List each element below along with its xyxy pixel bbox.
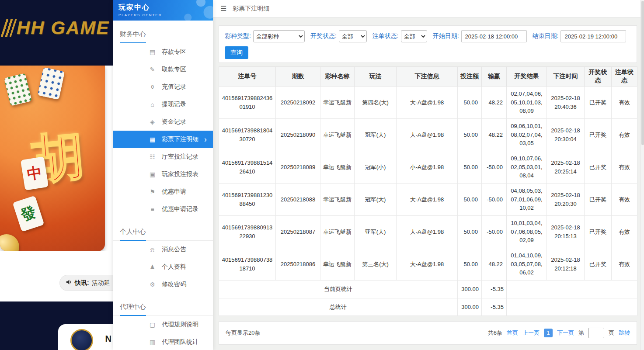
sidebar-nav: 财务中心▤存款专区✎取款专区⚱充值记录⌂提现记录◈资金记录▦彩票下注明细›☷厅室… xyxy=(113,22,213,350)
sidebar-item-change-password[interactable]: ⚙修改密码 xyxy=(113,276,213,293)
table-row: 40156917398812308845020250218088幸运飞艇新冠军(… xyxy=(219,184,637,216)
bottom-card: N xyxy=(58,324,113,350)
sidebar-item-hall-bet-records[interactable]: ☷厅室投注记录 xyxy=(113,148,213,166)
sidebar-item-lottery-bet-details[interactable]: ▦彩票下注明细› xyxy=(113,131,213,148)
table-cell: 2025-02-18 20:20:30 xyxy=(547,184,585,216)
table-cell: 401569173988151426410 xyxy=(219,151,276,184)
news-ticker: 快讯: 活动延 xyxy=(59,275,113,291)
page-size-text: 每页显示20条 xyxy=(226,329,260,337)
end-date-filter: 结束日期: xyxy=(533,30,627,42)
table-cell: 冠军(大) xyxy=(355,184,397,216)
gold-coin-icon xyxy=(0,234,19,251)
table-cell: 401569173988091322930 xyxy=(219,216,276,248)
gear-icon: ⚙ xyxy=(149,281,156,288)
sidebar-item-promo-apply-records[interactable]: ≡优惠申请记录 xyxy=(113,201,213,218)
next-page-link[interactable]: 下一页 xyxy=(557,329,574,337)
table-row: 40156917398815142641020250218089幸运飞艇新冠军(… xyxy=(219,151,637,184)
sidebar-item-agent-rules[interactable]: ▢代理规则说明 xyxy=(113,316,213,333)
table-cell: 大-A盘@1.98 xyxy=(397,184,458,216)
table-cell: 亚军(大) xyxy=(355,216,397,248)
withdraw-pen-icon: ✎ xyxy=(149,66,156,73)
brand-logo: HH GAME xyxy=(3,17,109,38)
bet-table-header-row: 注单号期数彩种名称玩法下注信息投注额输赢开奖结果下注时间开奖状态注单状态 xyxy=(219,67,637,87)
sidebar-item-label: 厅室投注记录 xyxy=(162,153,198,161)
page-title: 彩票下注明细 xyxy=(233,5,269,13)
column-header: 玩法 xyxy=(355,67,397,87)
end-date-label: 结束日期: xyxy=(533,32,559,40)
table-cell: 有效 xyxy=(612,184,637,216)
order-status-select[interactable]: 全部 xyxy=(401,30,427,42)
withdrawal-record-icon: ⌂ xyxy=(149,101,156,108)
scrollbar[interactable] xyxy=(641,0,644,350)
sidebar-item-withdrawal-records[interactable]: ⌂提现记录 xyxy=(113,96,213,113)
table-cell: 20250218087 xyxy=(276,216,320,248)
jump-button[interactable]: 跳转 xyxy=(619,329,630,337)
table-cell: 2025-02-18 20:25:14 xyxy=(547,151,585,184)
summary-bet-total: 300.00 xyxy=(458,298,482,316)
table-cell: 幸运飞艇新 xyxy=(320,87,355,119)
column-header: 注单状态 xyxy=(612,67,637,87)
sidebar-item-promo-apply[interactable]: ⚑优惠申请 xyxy=(113,183,213,201)
sidebar-item-label: 消息公告 xyxy=(162,246,186,253)
ticker-label: 快讯: xyxy=(75,279,89,287)
table-cell: 已开奖 xyxy=(585,87,612,119)
menu-toggle-icon[interactable]: ☰ xyxy=(220,4,226,13)
site-bottom-band: N xyxy=(0,301,113,350)
lottery-type-label: 彩种类型: xyxy=(225,32,251,40)
sidebar-item-profile[interactable]: ♟个人资料 xyxy=(113,258,213,276)
sidebar-item-player-bet-report[interactable]: ▣玩家投注报表 xyxy=(113,166,213,183)
first-page-link[interactable]: 首页 xyxy=(507,329,518,337)
club-emblem-icon xyxy=(70,329,93,350)
table-cell: 大-A盘@1.98 xyxy=(397,119,458,151)
draw-status-filter: 开奖状态: 全部 xyxy=(310,30,367,42)
sidebar-item-recharge-records[interactable]: ⚱充值记录 xyxy=(113,78,213,96)
table-cell: 50.00 xyxy=(458,87,482,119)
prev-page-link[interactable]: 上一页 xyxy=(522,329,540,337)
table-cell: 2025-02-18 20:15:13 xyxy=(547,216,585,248)
table-cell: 02,07,04,06,05,10,01,03,08,09 xyxy=(507,87,547,119)
table-cell: 冠军(大) xyxy=(355,119,397,151)
jump-page-input[interactable] xyxy=(588,328,604,338)
sidebar-section-label: 财务中心 xyxy=(113,22,213,43)
scrollbar-thumb[interactable] xyxy=(641,1,644,145)
table-cell: 有效 xyxy=(612,151,637,184)
sidebar-item-label: 取款专区 xyxy=(162,66,186,73)
sidebar-title: 玩家中心 xyxy=(118,3,213,12)
table-cell: 第三名(大) xyxy=(355,248,397,281)
order-status-filter: 注单状态: 全部 xyxy=(372,30,427,42)
sidebar-item-funds-records[interactable]: ◈资金记录 xyxy=(113,113,213,131)
table-cell: 401569173988073818710 xyxy=(219,248,276,281)
table-cell: 幸运飞艇新 xyxy=(320,248,355,281)
jump-suffix-label: 页 xyxy=(609,329,614,337)
sidebar-item-label: 存款专区 xyxy=(162,48,186,56)
draw-status-select[interactable]: 全部 xyxy=(339,30,367,42)
lottery-type-select[interactable]: 全部彩种 xyxy=(253,30,305,42)
table-cell: 401569173988123088450 xyxy=(219,184,276,216)
start-date-input[interactable] xyxy=(461,30,527,42)
sidebar-item-label: 优惠申请 xyxy=(162,188,186,196)
background-site: HH GAME 胡 中 發 快讯: 活动延 N xyxy=(0,0,113,350)
sidebar-header: 玩家中心 PLAYERS CENTER xyxy=(113,0,213,21)
chevron-right-icon: › xyxy=(204,135,207,143)
mahjong-tile-pattern-icon xyxy=(38,67,65,100)
sidebar-item-announcements[interactable]: ⍾消息公告 xyxy=(113,241,213,258)
table-cell: 已开奖 xyxy=(585,216,612,248)
table-cell: 大-A盘@1.98 xyxy=(397,248,458,281)
sidebar-item-label: 彩票下注明细 xyxy=(162,135,198,143)
search-button[interactable]: 查询 xyxy=(225,46,248,59)
sidebar-item-deposit[interactable]: ▤存款专区 xyxy=(113,43,213,61)
start-date-filter: 开始日期: xyxy=(433,30,527,42)
sidebar-item-label: 提现记录 xyxy=(162,100,186,108)
sidebar-item-agent-team-stats[interactable]: ▥代理团队统计 xyxy=(113,333,213,350)
column-header: 注单号 xyxy=(219,67,276,87)
bell-icon: ⍾ xyxy=(149,246,156,253)
table-cell: 已开奖 xyxy=(585,248,612,281)
current-page-button[interactable]: 1 xyxy=(544,329,553,337)
end-date-input[interactable] xyxy=(560,30,626,42)
column-header: 期数 xyxy=(276,67,320,87)
recharge-icon: ⚱ xyxy=(149,83,156,90)
table-cell: 50.00 xyxy=(458,184,482,216)
sidebar-item-withdraw[interactable]: ✎取款专区 xyxy=(113,61,213,78)
sidebar-section-label: 个人中心 xyxy=(113,220,213,241)
mahjong-tile-zhong: 中 xyxy=(21,156,49,191)
